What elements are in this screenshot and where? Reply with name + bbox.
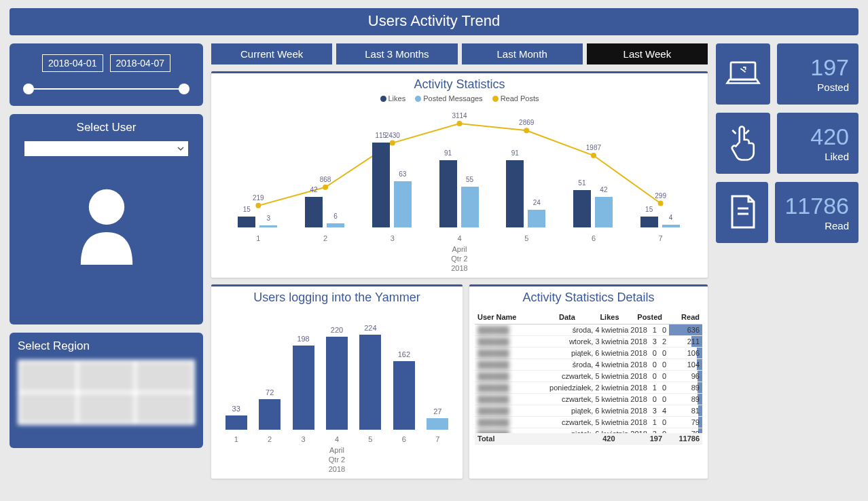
yammer-chart-sublabel: April Qtr 2 2018 bbox=[211, 446, 463, 473]
table-row[interactable]: ██████czwartek, 5 kwietnia 20181079 bbox=[475, 417, 702, 428]
kpi-liked-value: 420 bbox=[810, 125, 849, 148]
date-to[interactable]: 2018-04-07 bbox=[110, 54, 171, 72]
details-table[interactable]: User Name Data Likes Posted Read bbox=[475, 310, 702, 324]
click-hand-icon bbox=[716, 113, 770, 174]
kpi-liked: 420 Liked bbox=[716, 113, 858, 174]
svg-line-17 bbox=[746, 130, 749, 134]
activity-statistics-card: Activity Statistics Likes Posted Message… bbox=[211, 71, 708, 278]
svg-text:868: 868 bbox=[320, 176, 331, 183]
region-cell[interactable] bbox=[20, 394, 76, 422]
details-total-row: Total 420 197 11786 bbox=[475, 433, 702, 445]
activity-chart-sublabel: April Qtr 2 2018 bbox=[211, 245, 708, 272]
svg-point-3 bbox=[323, 185, 328, 190]
table-row[interactable]: ██████wtorek, 3 kwietnia 201832211 bbox=[475, 336, 702, 348]
yammer-logins-card: Users logging into the Yammer 1234567 33… bbox=[211, 284, 463, 479]
svg-point-9 bbox=[524, 128, 529, 133]
date-slider[interactable] bbox=[27, 83, 185, 95]
table-row[interactable]: ██████poniedziałek, 2 kwietnia 20181089 bbox=[475, 382, 702, 394]
col-posted[interactable]: Posted bbox=[622, 310, 665, 324]
kpi-read: 11786 Read bbox=[716, 182, 858, 243]
svg-point-0 bbox=[88, 189, 124, 225]
yammer-chart[interactable]: 1234567 337219822022416227 bbox=[219, 308, 454, 443]
time-range-tabs: Current Week Last 3 Months Last Month La… bbox=[211, 43, 708, 64]
table-row[interactable]: ██████piątek, 6 kwietnia 20183481 bbox=[475, 405, 702, 417]
region-cell[interactable] bbox=[20, 363, 76, 391]
user-dropdown[interactable] bbox=[24, 141, 187, 156]
tab-last-month[interactable]: Last Month bbox=[462, 43, 583, 64]
svg-point-11 bbox=[591, 153, 596, 158]
activity-chart-title: Activity Statistics bbox=[211, 73, 708, 94]
table-row[interactable]: ██████czwartek, 5 kwietnia 20180089 bbox=[475, 394, 702, 405]
date-range-panel[interactable]: 2018-04-01 2018-04-07 bbox=[10, 43, 203, 106]
kpi-liked-label: Liked bbox=[825, 151, 849, 162]
tab-last-week[interactable]: Last Week bbox=[587, 43, 708, 64]
select-user-panel: Select User bbox=[10, 114, 203, 324]
svg-text:2430: 2430 bbox=[385, 132, 401, 139]
table-row[interactable]: ██████piątek, 6 kwietnia 201800106 bbox=[475, 348, 702, 359]
slider-handle-left[interactable] bbox=[23, 84, 34, 94]
select-region-panel: Select Region bbox=[10, 333, 203, 448]
region-cell[interactable] bbox=[79, 363, 134, 391]
region-cell[interactable] bbox=[79, 394, 134, 422]
activity-chart-legend: Likes Posted Messages Read Posts bbox=[211, 94, 708, 103]
slider-handle-right[interactable] bbox=[179, 84, 189, 94]
svg-text:3114: 3114 bbox=[452, 112, 467, 119]
yammer-chart-title: Users logging into the Yammer bbox=[211, 286, 463, 308]
svg-point-1 bbox=[255, 203, 261, 208]
region-cell[interactable] bbox=[137, 394, 192, 422]
activity-chart[interactable]: 2198682430311428691987299 1234567 153426… bbox=[225, 107, 694, 242]
col-read[interactable]: Read bbox=[665, 310, 702, 324]
select-region-label: Select Region bbox=[18, 339, 195, 353]
kpi-read-label: Read bbox=[825, 220, 849, 231]
chevron-down-icon bbox=[177, 145, 184, 152]
svg-text:1987: 1987 bbox=[586, 144, 602, 151]
kpi-posted: 197 Posted bbox=[716, 43, 858, 105]
kpi-posted-label: Posted bbox=[817, 81, 849, 93]
col-date[interactable]: Data bbox=[556, 310, 587, 324]
activity-details-card: Activity Statistics Details User Name Da… bbox=[469, 284, 708, 479]
svg-text:2869: 2869 bbox=[519, 119, 535, 126]
region-grid[interactable] bbox=[18, 360, 195, 425]
region-cell[interactable] bbox=[137, 363, 192, 391]
table-row[interactable]: ██████środa, 4 kwietnia 201800104 bbox=[475, 359, 702, 371]
laptop-icon bbox=[716, 43, 770, 105]
document-icon bbox=[716, 182, 768, 243]
tab-current-week[interactable]: Current Week bbox=[211, 43, 332, 64]
details-title: Activity Statistics Details bbox=[469, 286, 708, 308]
col-user[interactable]: User Name bbox=[475, 310, 556, 324]
tab-last-3-months[interactable]: Last 3 Months bbox=[336, 43, 457, 64]
user-avatar-icon bbox=[69, 183, 144, 267]
svg-point-7 bbox=[457, 121, 463, 126]
kpi-posted-value: 197 bbox=[810, 56, 849, 79]
svg-point-13 bbox=[658, 201, 664, 206]
table-row[interactable]: ██████piątek, 6 kwietnia 20183079 bbox=[475, 428, 702, 434]
select-user-label: Select User bbox=[77, 121, 137, 134]
svg-line-16 bbox=[732, 130, 736, 134]
svg-text:219: 219 bbox=[253, 194, 264, 202]
kpi-read-value: 11786 bbox=[784, 194, 849, 217]
svg-text:299: 299 bbox=[655, 192, 666, 200]
col-likes[interactable]: Likes bbox=[587, 310, 621, 324]
date-from[interactable]: 2018-04-01 bbox=[42, 54, 103, 72]
page-title: Users Activity Trend bbox=[10, 8, 858, 35]
table-row[interactable]: ██████środa, 4 kwietnia 201810636 bbox=[475, 324, 702, 336]
table-row[interactable]: ██████czwartek, 5 kwietnia 20180096 bbox=[475, 371, 702, 382]
